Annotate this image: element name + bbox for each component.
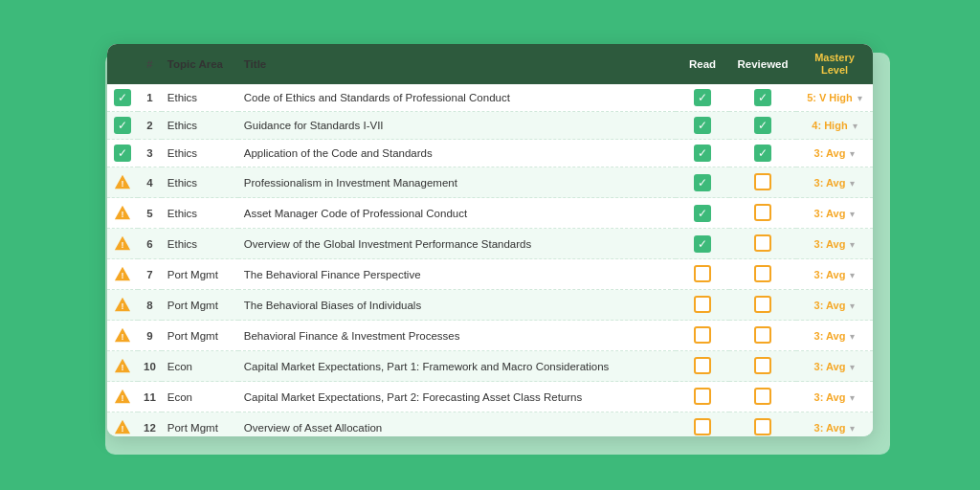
status-cell: ! xyxy=(107,351,138,382)
read-check[interactable]: ✓ xyxy=(694,174,711,191)
read-check[interactable]: ✓ xyxy=(694,205,711,222)
read-empty[interactable] xyxy=(694,418,711,435)
area-cell: Ethics xyxy=(162,198,238,229)
read-cell[interactable] xyxy=(676,412,729,436)
reviewed-cell[interactable] xyxy=(729,321,796,351)
read-cell[interactable]: ✓ xyxy=(676,229,729,259)
mastery-dropdown[interactable]: ▾ xyxy=(850,301,855,311)
title-cell: Guidance for Standards I-VII xyxy=(238,112,676,140)
read-cell[interactable] xyxy=(676,382,729,412)
status-cell: ! xyxy=(107,382,138,412)
header-topic-area: Topic Area xyxy=(162,44,238,84)
title-cell: Overview of Asset Allocation xyxy=(238,412,676,436)
mastery-dropdown[interactable]: ▾ xyxy=(850,392,855,403)
table-row: ! 8 Port Mgmt The Behavioral Biases of I… xyxy=(107,290,873,321)
read-check[interactable]: ✓ xyxy=(694,89,711,106)
mastery-dropdown[interactable]: ▾ xyxy=(850,178,855,189)
reviewed-empty[interactable] xyxy=(754,388,771,405)
reviewed-cell[interactable] xyxy=(729,198,796,229)
mastery-cell[interactable]: 3: Avg ▾ xyxy=(796,321,873,351)
read-empty[interactable] xyxy=(694,357,711,374)
mastery-dropdown[interactable]: ▾ xyxy=(850,270,855,280)
reviewed-empty[interactable] xyxy=(754,234,771,252)
area-cell: Ethics xyxy=(162,167,238,198)
read-cell[interactable] xyxy=(676,321,729,351)
header-read: Read xyxy=(676,44,729,84)
mastery-cell[interactable]: 3: Avg ▾ xyxy=(796,290,873,321)
read-empty[interactable] xyxy=(694,326,711,344)
mastery-cell[interactable]: 4: High ▾ xyxy=(796,112,873,140)
mastery-dropdown[interactable]: ▾ xyxy=(850,362,855,372)
status-cell: ! xyxy=(107,412,138,436)
mastery-cell[interactable]: 3: Avg ▾ xyxy=(796,351,873,382)
status-cell: ✓ xyxy=(107,140,138,167)
mastery-dropdown[interactable]: ▾ xyxy=(853,121,858,131)
mastery-cell[interactable]: 3: Avg ▾ xyxy=(796,140,873,167)
warn-icon: ! xyxy=(113,325,132,345)
mastery-cell[interactable]: 3: Avg ▾ xyxy=(796,259,873,290)
reviewed-cell[interactable] xyxy=(729,351,796,382)
read-check[interactable]: ✓ xyxy=(694,235,711,253)
reviewed-cell[interactable] xyxy=(729,290,796,321)
read-empty[interactable] xyxy=(694,388,711,405)
mastery-dropdown[interactable]: ▾ xyxy=(850,239,855,250)
reviewed-cell[interactable] xyxy=(729,229,796,259)
svg-text:!: ! xyxy=(122,211,124,220)
reviewed-empty[interactable] xyxy=(754,296,771,313)
read-empty[interactable] xyxy=(694,296,711,313)
mastery-cell[interactable]: 3: Avg ▾ xyxy=(796,412,873,436)
num-cell: 7 xyxy=(138,259,162,290)
read-cell[interactable] xyxy=(676,351,729,382)
reviewed-check[interactable]: ✓ xyxy=(754,117,771,134)
mastery-cell[interactable]: 3: Avg ▾ xyxy=(796,167,873,198)
reviewed-cell[interactable]: ✓ xyxy=(729,84,796,112)
reviewed-empty[interactable] xyxy=(754,357,771,374)
status-cell: ✓ xyxy=(107,112,138,140)
mastery-dropdown[interactable]: ▾ xyxy=(850,423,855,434)
mastery-cell[interactable]: 3: Avg ▾ xyxy=(796,229,873,259)
title-cell: Capital Market Expectations, Part 1: Fra… xyxy=(238,351,676,382)
mastery-value: 3: Avg xyxy=(814,330,846,342)
read-empty[interactable] xyxy=(694,265,711,282)
mastery-cell[interactable]: 3: Avg ▾ xyxy=(796,382,873,412)
status-cell: ! xyxy=(107,167,138,198)
num-cell: 3 xyxy=(138,140,162,167)
mastery-dropdown[interactable]: ▾ xyxy=(858,93,862,103)
reviewed-cell[interactable]: ✓ xyxy=(729,112,796,140)
read-cell[interactable]: ✓ xyxy=(676,167,729,198)
mastery-value: 3: Avg xyxy=(814,422,846,434)
reviewed-empty[interactable] xyxy=(754,173,771,190)
warn-icon: ! xyxy=(113,234,132,253)
read-check[interactable]: ✓ xyxy=(694,145,711,162)
reviewed-check[interactable]: ✓ xyxy=(754,145,771,162)
read-cell[interactable]: ✓ xyxy=(676,84,729,112)
read-cell[interactable]: ✓ xyxy=(676,112,729,140)
read-cell[interactable]: ✓ xyxy=(676,140,729,167)
status-cell: ! xyxy=(107,321,138,351)
status-cell: ! xyxy=(107,290,138,321)
header-num: # xyxy=(138,44,162,84)
reviewed-cell[interactable]: ✓ xyxy=(729,140,796,167)
read-check[interactable]: ✓ xyxy=(694,117,711,134)
mastery-cell[interactable]: 5: V High ▾ xyxy=(796,84,873,112)
reviewed-cell[interactable] xyxy=(729,167,796,198)
check-icon: ✓ xyxy=(114,117,131,134)
svg-text:!: ! xyxy=(122,241,124,251)
reviewed-empty[interactable] xyxy=(754,326,771,344)
mastery-cell[interactable]: 3: Avg ▾ xyxy=(796,198,873,229)
reviewed-cell[interactable] xyxy=(729,412,796,436)
mastery-dropdown[interactable]: ▾ xyxy=(850,209,855,219)
area-cell: Ethics xyxy=(162,84,238,112)
read-cell[interactable] xyxy=(676,259,729,290)
mastery-dropdown[interactable]: ▾ xyxy=(850,331,855,342)
title-cell: The Behavioral Biases of Individuals xyxy=(238,290,676,321)
mastery-dropdown[interactable]: ▾ xyxy=(850,148,855,159)
reviewed-empty[interactable] xyxy=(754,418,771,435)
reviewed-empty[interactable] xyxy=(754,265,771,282)
reviewed-empty[interactable] xyxy=(754,204,771,221)
read-cell[interactable] xyxy=(676,290,729,321)
read-cell[interactable]: ✓ xyxy=(676,198,729,229)
reviewed-cell[interactable] xyxy=(729,259,796,290)
reviewed-check[interactable]: ✓ xyxy=(754,89,771,106)
reviewed-cell[interactable] xyxy=(729,382,796,412)
